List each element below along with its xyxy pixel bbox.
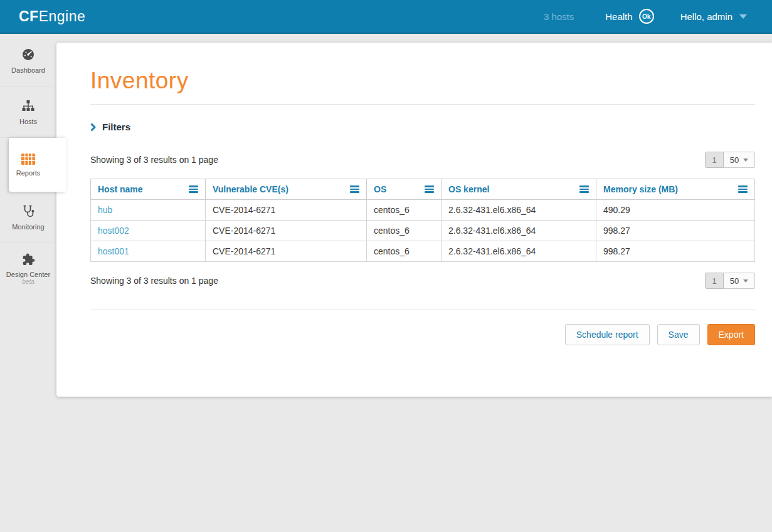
actions-divider xyxy=(90,310,755,310)
table-cell: 998.27 xyxy=(596,221,755,241)
sidebar-item-label: Design Center xyxy=(6,271,50,278)
chevron-down-icon xyxy=(739,14,747,19)
cfengine-logo[interactable]: CFEngine xyxy=(19,8,85,25)
health-label: Health xyxy=(605,11,632,22)
pagination-bottom: 1 50 xyxy=(705,273,755,289)
save-button[interactable]: Save xyxy=(657,324,700,345)
host-link[interactable]: host002 xyxy=(98,226,129,236)
page-number-button[interactable]: 1 xyxy=(705,273,724,289)
page-size-dropdown[interactable]: 50 xyxy=(724,152,755,168)
table-header-row: Host name Vulnerable CVE(s) OS OS kernel… xyxy=(91,179,755,200)
column-header-memory-size[interactable]: Memory size (MB) xyxy=(596,179,755,200)
results-summary: Showing 3 of 3 results on 1 page xyxy=(90,276,218,286)
table-cell: centos_6 xyxy=(367,241,442,262)
logo-light: Engine xyxy=(39,8,86,24)
sidebar: Dashboard Hosts Reports xyxy=(0,35,56,532)
host-link[interactable]: hub xyxy=(98,205,112,215)
page-title: Inventory xyxy=(90,68,755,94)
page-size-value: 50 xyxy=(730,155,739,165)
sidebar-item-label: Reports xyxy=(16,169,41,177)
sitemap-icon xyxy=(21,98,36,113)
host-name-cell: hub xyxy=(91,200,206,221)
schedule-report-button[interactable]: Schedule report xyxy=(565,324,650,345)
table-cell: CVE-2014-6271 xyxy=(206,221,367,241)
filters-toggle[interactable]: Filters xyxy=(90,122,755,132)
column-menu-icon[interactable] xyxy=(189,185,198,193)
column-header-os-kernel[interactable]: OS kernel xyxy=(442,179,596,200)
host-link[interactable]: host001 xyxy=(98,246,129,256)
pagination-top: 1 50 xyxy=(705,152,755,168)
table-cell: 2.6.32-431.el6.x86_64 xyxy=(442,221,596,241)
host-name-cell: host002 xyxy=(91,221,206,241)
export-button[interactable]: Export xyxy=(707,324,755,345)
table-cell: centos_6 xyxy=(367,200,442,221)
column-header-vulnerable-cves[interactable]: Vulnerable CVE(s) xyxy=(206,179,367,200)
page-size-value: 50 xyxy=(730,276,739,286)
stethoscope-icon xyxy=(21,204,36,219)
table-cell: centos_6 xyxy=(367,221,442,241)
column-header-os[interactable]: OS xyxy=(367,179,442,200)
results-summary: Showing 3 of 3 results on 1 page xyxy=(90,155,218,165)
health-status-badge: Ok xyxy=(639,9,654,24)
table-row: hubCVE-2014-6271centos_62.6.32-431.el6.x… xyxy=(91,200,755,221)
sidebar-item-reports[interactable]: Reports xyxy=(0,138,56,192)
sidebar-item-sublabel: beta xyxy=(22,278,34,285)
chevron-right-icon xyxy=(90,123,96,132)
puzzle-icon xyxy=(21,253,35,266)
inventory-table: Host name Vulnerable CVE(s) OS OS kernel… xyxy=(90,179,755,262)
chevron-down-icon xyxy=(743,279,748,283)
column-menu-icon[interactable] xyxy=(425,185,434,193)
health-indicator[interactable]: Health Ok xyxy=(605,9,653,24)
column-menu-icon[interactable] xyxy=(738,185,748,193)
user-greeting: Hello, admin xyxy=(680,11,732,22)
sidebar-item-label: Dashboard xyxy=(11,66,45,74)
table-cell: 2.6.32-431.el6.x86_64 xyxy=(442,241,596,262)
column-menu-icon[interactable] xyxy=(350,185,359,193)
table-cell: 2.6.32-431.el6.x86_64 xyxy=(442,200,596,221)
hosts-count: 3 hosts xyxy=(544,11,574,22)
inventory-table-body: hubCVE-2014-6271centos_62.6.32-431.el6.x… xyxy=(91,200,755,262)
sidebar-item-hosts[interactable]: Hosts xyxy=(0,86,56,138)
table-cell: CVE-2014-6271 xyxy=(206,241,367,262)
sidebar-item-monitoring[interactable]: Monitoring xyxy=(0,192,56,243)
table-row: host001CVE-2014-6271centos_62.6.32-431.e… xyxy=(91,241,755,262)
logo-bold: CF xyxy=(19,8,39,24)
table-row: host002CVE-2014-6271centos_62.6.32-431.e… xyxy=(91,221,755,241)
page-number-button[interactable]: 1 xyxy=(705,152,724,168)
table-grid-icon xyxy=(21,154,35,165)
title-divider xyxy=(90,104,755,105)
sidebar-item-dashboard[interactable]: Dashboard xyxy=(0,35,56,86)
host-name-cell: host001 xyxy=(91,241,206,262)
user-menu[interactable]: Hello, admin xyxy=(680,11,747,22)
table-cell: 490.29 xyxy=(596,200,755,221)
sidebar-item-label: Hosts xyxy=(19,118,37,125)
filters-label: Filters xyxy=(102,122,130,132)
page-size-dropdown[interactable]: 50 xyxy=(724,273,755,289)
gauge-icon xyxy=(21,47,36,62)
column-header-host-name[interactable]: Host name xyxy=(91,179,206,200)
top-header: CFEngine 3 hosts Health Ok Hello, admin xyxy=(0,0,772,34)
sidebar-item-design-center[interactable]: Design Center beta xyxy=(0,243,56,295)
column-menu-icon[interactable] xyxy=(579,185,589,193)
table-cell: 998.27 xyxy=(596,241,755,262)
table-cell: CVE-2014-6271 xyxy=(206,200,367,221)
sidebar-item-label: Monitoring xyxy=(12,223,44,231)
main-content: Inventory Filters Showing 3 of 3 results… xyxy=(56,43,772,397)
chevron-down-icon xyxy=(743,159,748,162)
